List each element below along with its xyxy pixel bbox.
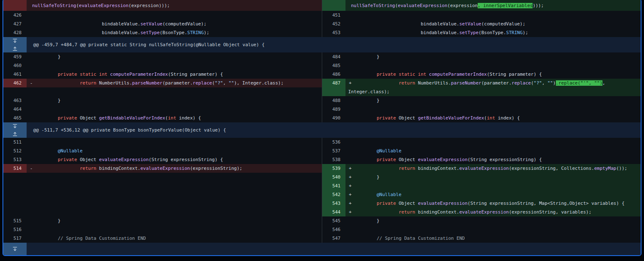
new-line-number[interactable]: 487 (322, 79, 345, 96)
old-line-number[interactable]: 461 (3, 70, 27, 79)
code-token: evaluateExpression (459, 209, 509, 215)
new-line-number[interactable]: 544 (322, 208, 345, 216)
old-line-number[interactable]: 463 (3, 96, 27, 105)
expand-up-button[interactable] (3, 45, 27, 53)
old-gutter (3, 0, 27, 11)
old-line-number[interactable]: 516 (3, 225, 27, 234)
old-line-number[interactable]: 465 (3, 114, 27, 122)
old-line-number[interactable]: 511 (3, 138, 27, 147)
old-line-number[interactable]: 515 (3, 216, 27, 225)
hunk-header-text: @@ -459,7 +484,7 @@ private static Strin… (33, 42, 264, 47)
expand-footer-band (27, 243, 641, 255)
expand-down-button[interactable] (3, 243, 27, 255)
new-gutter: 486 (322, 70, 345, 79)
new-line-number[interactable]: 537 (322, 147, 345, 155)
diff-row: 542+ @Nullable (3, 190, 641, 199)
new-gutter: 487 (322, 79, 345, 96)
new-line-number[interactable]: 453 (322, 28, 345, 37)
code-token: (String expressionString) { (468, 157, 542, 162)
new-line-number (322, 0, 345, 11)
new-line-number[interactable]: 484 (322, 52, 345, 61)
code-token (426, 72, 429, 77)
old-line-number[interactable]: 459 (3, 52, 27, 61)
old-line-number[interactable]: 464 (3, 105, 27, 114)
code-token: Object (77, 157, 99, 162)
code-token: setType (141, 30, 160, 35)
code-token: Object (396, 201, 418, 206)
new-line-number[interactable]: 486 (322, 70, 345, 79)
code-line: + } (345, 173, 641, 181)
code-line: nullSafeToString(evaluateExpression(expr… (27, 0, 322, 11)
expand-down-button[interactable] (3, 37, 27, 45)
old-gutter: 514 (3, 164, 27, 173)
code-token (355, 192, 377, 197)
code-token: @Nullable (377, 148, 402, 154)
old-line-number[interactable]: 427 (3, 20, 27, 28)
new-line-number[interactable]: 538 (322, 155, 345, 164)
code-token: int (418, 72, 426, 77)
old-code-cell: bindableValue.setValue(computedValue); (27, 20, 322, 28)
fold-up-icon (12, 46, 18, 52)
old-line-number[interactable]: 514 (3, 164, 27, 173)
code-token: setValue (141, 21, 163, 27)
code-token: bindableValue. (355, 30, 459, 35)
old-line-number[interactable]: 426 (3, 11, 27, 20)
code-token: STRING (187, 30, 204, 35)
new-line-number[interactable]: 543 (322, 199, 345, 208)
old-line-number[interactable]: 517 (3, 234, 27, 243)
new-line-number[interactable]: 546 (322, 225, 345, 234)
code-token: , (223, 80, 228, 86)
code-token: bindableValue. (355, 21, 459, 27)
old-line-number[interactable]: 512 (3, 147, 27, 155)
old-code-cell: } (27, 52, 322, 61)
new-line-number[interactable]: 488 (322, 96, 345, 105)
code-token: index) { (495, 115, 520, 121)
old-line-number[interactable]: 462 (3, 79, 27, 87)
code-line: + @Nullable (345, 190, 641, 199)
code-line (345, 11, 641, 20)
new-line-number[interactable]: 536 (322, 138, 345, 147)
new-line-number[interactable]: 540 (322, 173, 345, 181)
new-line-number[interactable]: 545 (322, 216, 345, 225)
expand-footer-row (3, 243, 641, 255)
old-code-cell (27, 190, 322, 199)
code-token: parseNumber (451, 80, 481, 86)
code-line: } (345, 52, 641, 61)
old-line-number[interactable]: 460 (3, 61, 27, 70)
new-line-number[interactable]: 489 (322, 105, 345, 114)
new-gutter: 545 (322, 216, 345, 225)
new-line-number[interactable]: 541 (322, 181, 345, 190)
code-line (27, 61, 322, 70)
new-line-number[interactable]: 490 (322, 114, 345, 122)
old-line-number[interactable]: 513 (3, 155, 27, 164)
code-line: } (27, 96, 322, 105)
code-line: private Object evaluateExpression(String… (345, 155, 641, 164)
code-line (345, 225, 641, 234)
new-line-number[interactable]: 451 (322, 11, 345, 20)
code-token: private static (377, 72, 415, 77)
code-token: } (355, 218, 380, 224)
new-gutter: 451 (322, 11, 345, 20)
new-line-number[interactable]: 485 (322, 61, 345, 70)
new-gutter: 489 (322, 105, 345, 114)
code-line: bindableValue.setType(BsonType.STRING); (345, 28, 641, 37)
expand-down-button[interactable] (3, 122, 27, 130)
diff-sign: - (27, 79, 36, 87)
old-line-number[interactable]: 428 (3, 28, 27, 37)
code-line: bindableValue.setValue(computedValue); (345, 20, 641, 28)
expand-up-button[interactable] (3, 130, 27, 138)
new-line-number[interactable]: 542 (322, 190, 345, 199)
new-line-number[interactable]: 539 (322, 164, 345, 173)
new-line-number[interactable]: 547 (322, 234, 345, 243)
diff-row: 543+ private Object evaluateExpression(S… (3, 199, 641, 208)
code-token: @Nullable (58, 148, 83, 154)
diff-row: 461 private static int computeParameterI… (3, 70, 641, 79)
code-line (27, 138, 322, 147)
code-token: @Nullable (377, 192, 402, 197)
code-token: private static (58, 72, 96, 77)
code-token: replace (193, 80, 212, 86)
new-line-number[interactable]: 452 (322, 20, 345, 28)
expand-buttons-cell (3, 37, 27, 52)
code-token (36, 166, 80, 171)
diff-row: 517 // Spring Data Customization END547 … (3, 234, 641, 243)
